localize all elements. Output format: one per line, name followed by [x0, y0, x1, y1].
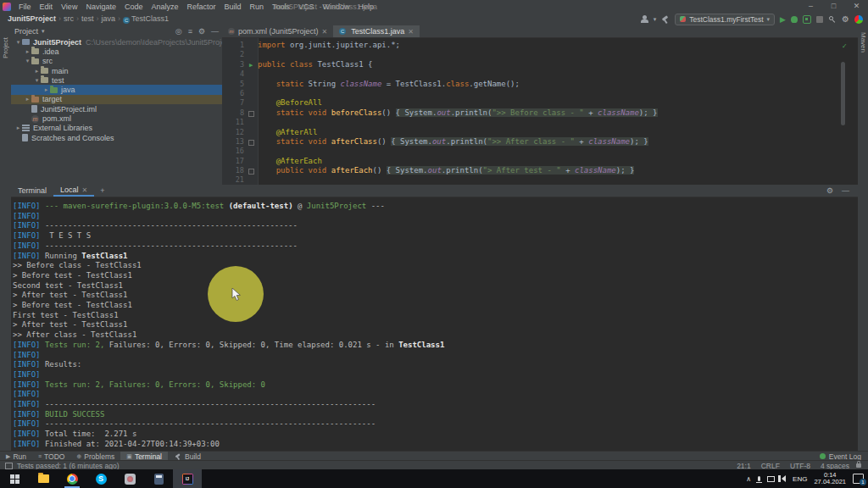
event-log-button[interactable]: Event Log [820, 452, 868, 461]
taskbar-button-intellij[interactable]: IJ [173, 469, 202, 488]
tree-chevron-icon[interactable]: ▸ [24, 48, 31, 55]
status-message[interactable]: Tests passed: 1 (6 minutes ago) [17, 462, 119, 470]
close-icon[interactable]: ✕ [322, 28, 328, 36]
close-icon[interactable]: ✕ [82, 186, 88, 194]
terminal-line: [INFO] ---------------------------------… [13, 400, 858, 410]
menu-code[interactable]: Code [120, 3, 147, 11]
user-icon[interactable] [641, 15, 648, 23]
menu-navigate[interactable]: Navigate [81, 3, 120, 11]
notification-center-icon[interactable]: 1 [853, 474, 864, 484]
terminal-icon: ▣ [126, 453, 132, 460]
menu-file[interactable]: File [14, 3, 36, 11]
tree-item-external-libraries[interactable]: ▸External Libraries [11, 124, 222, 133]
search-everywhere-icon[interactable] [828, 15, 837, 24]
breadcrumb-item-src[interactable]: src [61, 14, 76, 23]
status-window-icon[interactable] [5, 463, 13, 469]
menu-refactor[interactable]: Refactor [182, 3, 220, 11]
line-separator[interactable]: CRLF [761, 462, 780, 470]
tree-item-src[interactable]: ▾src [11, 57, 222, 66]
tree-item-scratches-and-consoles[interactable]: Scratches and Consoles [11, 133, 222, 142]
maximize-button[interactable]: □ [822, 0, 845, 13]
tree-item--idea[interactable]: ▸.idea [11, 47, 222, 56]
run-button[interactable]: ▶ [780, 15, 786, 24]
code-editor[interactable]: 1import org.junit.jupiter.api.*;23▶publi… [222, 38, 858, 185]
panel-settings-icon[interactable]: ⚙ [198, 27, 205, 36]
tree-item-pom-xml[interactable]: mpom.xml [11, 114, 222, 123]
breadcrumb-item-testclass1[interactable]: CTestClass1 [120, 14, 171, 23]
run-configuration-select[interactable]: TestClass1.myFirstTest ▾ [675, 14, 775, 25]
language-indicator[interactable]: ENG [793, 475, 807, 483]
taskbar-button-calculator[interactable] [144, 469, 173, 488]
speaker-icon[interactable] [782, 475, 786, 482]
coverage-button[interactable] [803, 15, 811, 24]
tree-chevron-icon[interactable]: ▾ [24, 58, 31, 64]
fold-gutter-icon[interactable] [244, 166, 258, 175]
microphone-icon[interactable] [758, 476, 760, 481]
tree-item-java[interactable]: ▸java [11, 85, 222, 94]
tray-expand-icon[interactable]: ∧ [746, 475, 751, 483]
inspections-ok-icon[interactable]: ✓ [843, 42, 847, 50]
collapse-all-icon[interactable]: ≡ [188, 27, 192, 36]
tree-chevron-icon[interactable]: ▸ [24, 96, 31, 103]
tree-chevron-icon[interactable]: ▸ [33, 68, 41, 75]
menu-analyze[interactable]: Analyze [147, 3, 182, 11]
tree-chevron-icon[interactable]: ▸ [14, 125, 22, 131]
tree-item-main[interactable]: ▸main [11, 66, 222, 75]
editor-tab-pom.xml[interactable]: mpom.xml (Junit5Project)✕ [222, 25, 333, 37]
terminal-settings-icon[interactable]: ⚙ [826, 186, 833, 195]
breadcrumb-item-java[interactable]: java [99, 14, 119, 23]
tree-item-junit5project-iml[interactable]: Junit5Project.iml [11, 104, 222, 114]
new-terminal-session-button[interactable]: + [94, 186, 110, 195]
tool-button-maven[interactable]: Maven [860, 32, 867, 53]
menu-run[interactable]: Run [246, 3, 269, 11]
user-dropdown-icon[interactable]: ▾ [654, 16, 657, 23]
menu-edit[interactable]: Edit [36, 3, 58, 11]
event-log-label: Event Log [829, 452, 861, 461]
breadcrumb-item-test[interactable]: test [79, 14, 97, 23]
build-hammer-icon[interactable] [661, 15, 670, 24]
locate-file-icon[interactable]: ◎ [175, 27, 182, 36]
network-icon[interactable] [767, 476, 775, 482]
tree-chevron-icon[interactable]: ▾ [33, 77, 41, 84]
caret-position[interactable]: 21:1 [737, 462, 751, 470]
minimize-button[interactable]: – [799, 0, 822, 13]
taskbar-button-chrome[interactable] [58, 469, 86, 488]
project-panel-title[interactable]: Project [14, 27, 38, 36]
menu-build[interactable]: Build [220, 3, 245, 11]
indent-setting[interactable]: 4 spaces [821, 462, 849, 470]
editor-area[interactable]: mpom.xml (Junit5Project)✕CTestClass1.jav… [222, 25, 858, 185]
readonly-lock-icon[interactable] [856, 463, 861, 468]
terminal-minimize-icon[interactable]: — [842, 186, 849, 195]
profile-avatar[interactable] [854, 15, 863, 24]
taskbar-button-photos[interactable] [115, 469, 144, 488]
taskbar-clock[interactable]: 0:14 27.04.2021 [814, 472, 846, 486]
tree-item-test[interactable]: ▾test [11, 75, 222, 85]
run-gutter-icon[interactable]: ▶ [244, 60, 258, 69]
tool-button-project[interactable]: Project [2, 37, 9, 58]
chevron-down-icon[interactable]: ▾ [42, 28, 45, 35]
tree-item-target[interactable]: ▸target [11, 95, 222, 104]
tree-chevron-icon[interactable]: ▾ [14, 39, 22, 46]
editor-scrollbar[interactable] [841, 62, 845, 125]
fold-gutter-icon[interactable] [244, 137, 258, 147]
file-encoding[interactable]: UTF-8 [790, 462, 810, 470]
terminal-tab-local[interactable]: Local ✕ [53, 185, 94, 197]
settings-gear-icon[interactable]: ⚙ [842, 15, 849, 24]
close-icon[interactable]: ✕ [408, 28, 414, 36]
hide-panel-icon[interactable]: — [211, 27, 219, 36]
editor-tab-testclass1.java[interactable]: CTestClass1.java✕ [333, 25, 420, 37]
right-tool-stripe: Maven [857, 25, 868, 451]
tree-item-junit5project[interactable]: ▾Junit5ProjectC:\Users\demon\IdeaProject… [11, 37, 222, 47]
menu-view[interactable]: View [57, 3, 81, 11]
taskbar-button-skype[interactable]: S [86, 469, 115, 488]
taskbar-button-explorer[interactable] [29, 469, 58, 488]
close-button[interactable]: ✕ [845, 0, 868, 13]
debug-button[interactable] [791, 16, 798, 23]
breadcrumb-item-junit5project[interactable]: Junit5Project [5, 14, 58, 23]
stop-button[interactable] [816, 16, 823, 23]
taskbar-button-start[interactable] [0, 469, 29, 488]
tree-chevron-icon[interactable]: ▸ [42, 86, 50, 93]
tool-window-button-label: Build [185, 452, 201, 461]
fold-gutter-icon[interactable] [244, 108, 258, 118]
terminal-panel[interactable]: Terminal Local ✕ + ⚙ — [INFO] --- maven-… [11, 185, 858, 451]
